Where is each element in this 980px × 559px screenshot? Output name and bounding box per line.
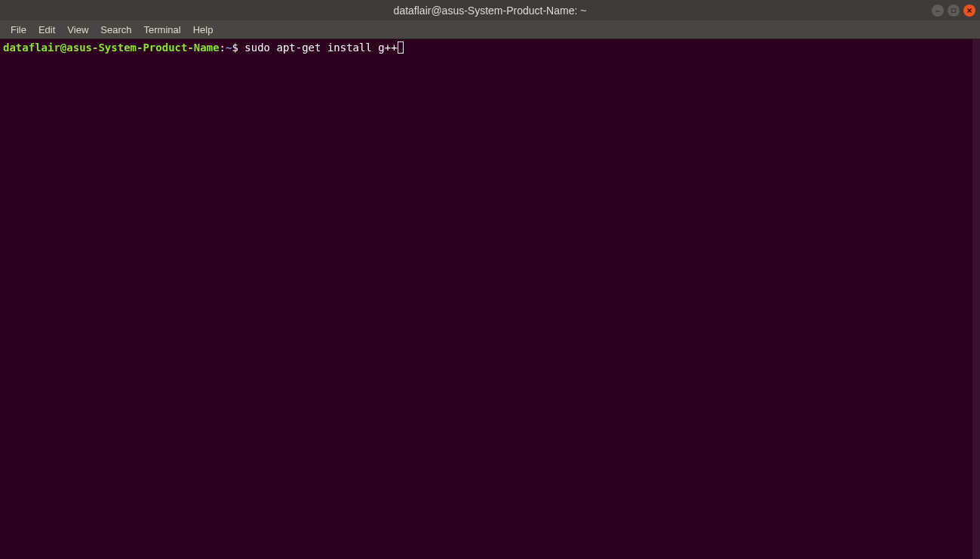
menu-view[interactable]: View [61,22,94,38]
command-text: sudo apt-get install g++ [244,41,397,54]
cursor [398,41,404,54]
titlebar: dataflair@asus-System-Product-Name: ~ [0,0,980,20]
minimize-button[interactable] [932,5,944,17]
maximize-button[interactable] [948,5,960,17]
close-button[interactable] [963,5,975,17]
prompt-path: ~ [226,41,232,54]
menu-search[interactable]: Search [94,22,137,38]
maximize-icon [951,8,957,14]
terminal-line: dataflair@asus-System-Product-Name:~$ su… [3,41,977,54]
menubar: File Edit View Search Terminal Help [0,20,980,39]
prompt-user: dataflair@asus-System-Product-Name [3,41,220,54]
menu-help[interactable]: Help [187,22,220,38]
svg-rect-1 [952,8,956,12]
minimize-icon [935,8,941,14]
prompt-separator: : [220,41,226,54]
scrollbar[interactable] [972,39,980,559]
prompt-dollar: $ [232,41,244,54]
window-title: dataflair@asus-System-Product-Name: ~ [394,5,587,17]
terminal-body[interactable]: dataflair@asus-System-Product-Name:~$ su… [0,39,980,559]
window-controls [932,5,975,17]
menu-edit[interactable]: Edit [32,22,61,38]
menu-file[interactable]: File [5,22,32,38]
menu-terminal[interactable]: Terminal [138,22,187,38]
close-icon [966,8,972,14]
